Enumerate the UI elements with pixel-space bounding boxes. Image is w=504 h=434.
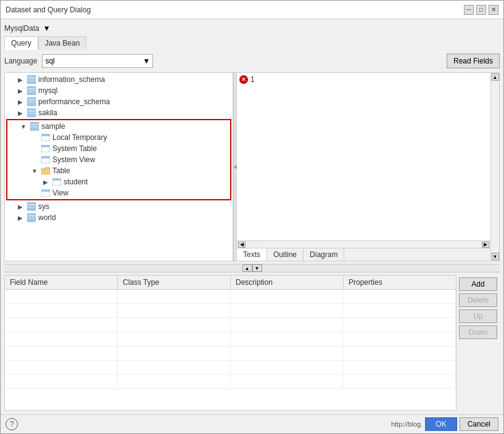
label-system-view: System View — [52, 155, 95, 164]
expander-table-folder: ▼ — [30, 166, 39, 175]
close-button[interactable]: ✕ — [489, 5, 498, 15]
svg-rect-24 — [41, 189, 50, 192]
fields-empty-row-1 — [5, 290, 456, 304]
cell-7-2 — [118, 375, 231, 388]
tree-item-system-table[interactable]: ▶ System Table — [8, 143, 229, 154]
datasource-dropdown[interactable]: ▼ — [43, 24, 51, 33]
delete-field-button[interactable]: Delete — [459, 293, 497, 307]
cell-5-2 — [118, 346, 231, 360]
tree-item-local-temporary[interactable]: ▶ Local Temporary — [8, 132, 229, 143]
label-sample: sample — [41, 122, 65, 131]
svg-rect-27 — [28, 207, 35, 208]
tree-item-sakila[interactable]: ▶ sakila — [5, 107, 233, 118]
cell-1-1 — [5, 290, 118, 303]
tree-item-student[interactable]: ▶ student — [8, 176, 229, 187]
window-title: Dataset and Query Dialog — [6, 6, 91, 14]
tree-panel: ▶ information_schema ▶ mysql ▶ — [5, 73, 233, 261]
label-view: View — [52, 189, 68, 197]
tree-item-sample[interactable]: ▼ sample — [8, 121, 229, 132]
tree-item-table-folder[interactable]: ▼ Table — [8, 165, 229, 176]
scroll-left-btn[interactable]: ◀ — [238, 242, 246, 248]
svg-rect-20 — [41, 156, 50, 158]
datasource-arrow: ▼ — [43, 24, 51, 33]
scroll-right-btn[interactable]: ▶ — [482, 242, 489, 248]
db-icon-world — [27, 213, 36, 222]
add-field-button[interactable]: Add — [459, 277, 497, 291]
language-label: Language — [4, 57, 37, 65]
fields-empty-row-6 — [5, 361, 456, 375]
maximize-button[interactable]: □ — [476, 5, 486, 15]
bottom-right: http://blog. OK Cancel — [391, 417, 498, 431]
cell-3-2 — [118, 318, 231, 332]
query-editor-textarea[interactable] — [237, 73, 490, 240]
help-button[interactable]: ? — [6, 418, 18, 430]
fields-table: Field Name Class Type Description Proper… — [4, 275, 456, 411]
fields-empty-row-3 — [5, 318, 456, 332]
tab-texts[interactable]: Texts — [237, 248, 267, 261]
language-select[interactable]: sql ▼ — [42, 54, 153, 68]
svg-rect-14 — [31, 126, 38, 128]
svg-rect-5 — [28, 91, 35, 92]
tree-item-performance-schema[interactable]: ▶ performance_schema — [5, 96, 233, 107]
svg-rect-29 — [28, 215, 35, 216]
language-value: sql — [45, 57, 54, 65]
tree-item-view[interactable]: ▶ View — [8, 187, 229, 199]
nav-arrows: ▲ ▼ — [242, 264, 262, 272]
svg-rect-18 — [41, 145, 50, 147]
language-row: Language sql ▼ Read Fields — [4, 52, 500, 70]
cell-4-3 — [231, 332, 344, 346]
cell-6-4 — [343, 361, 456, 374]
tree-item-information-schema[interactable]: ▶ information_schema — [5, 74, 233, 85]
fields-empty-row-5 — [5, 346, 456, 361]
cell-6-1 — [5, 361, 118, 374]
cell-7-3 — [231, 375, 344, 388]
cell-6-3 — [231, 361, 344, 374]
tree-item-world[interactable]: ▶ world — [5, 212, 233, 223]
expander-student: ▶ — [41, 178, 50, 186]
cell-1-2 — [118, 290, 231, 303]
tab-query[interactable]: Query — [4, 36, 38, 50]
folder-icon-table — [41, 166, 51, 175]
cancel-button[interactable]: Cancel — [460, 417, 498, 431]
cell-4-2 — [118, 332, 231, 346]
cell-4-1 — [5, 332, 118, 346]
down-field-button[interactable]: Down — [459, 326, 497, 339]
fields-empty-row-7 — [5, 375, 456, 389]
label-sakila: sakila — [38, 108, 57, 117]
nav-down-arrow[interactable]: ▼ — [252, 264, 262, 272]
minimize-button[interactable]: ─ — [464, 5, 474, 15]
tree-item-mysql[interactable]: ▶ mysql — [5, 85, 233, 96]
tab-java-bean[interactable]: Java Bean — [38, 36, 87, 50]
sample-group-highlight: ▼ sample ▶ Local Temporary — [6, 119, 231, 200]
svg-rect-2 — [28, 80, 35, 81]
expander-mysql: ▶ — [16, 86, 25, 95]
tree-item-system-view[interactable]: ▶ System View — [8, 154, 229, 165]
header-class-type: Class Type — [118, 276, 231, 289]
header-description: Description — [231, 276, 344, 289]
scroll-up-btn[interactable]: ▲ — [492, 73, 499, 81]
tab-diagram[interactable]: Diagram — [304, 248, 344, 261]
error-indicator: ✕ — [239, 75, 248, 84]
tree-item-sys[interactable]: ▶ sys — [5, 201, 233, 212]
nav-up-arrow[interactable]: ▲ — [242, 264, 252, 272]
fields-header: Field Name Class Type Description Proper… — [5, 276, 456, 290]
scroll-down-btn[interactable]: ▼ — [492, 253, 499, 260]
cell-5-1 — [5, 346, 118, 360]
tab-outline[interactable]: Outline — [267, 248, 304, 261]
label-local-temporary: Local Temporary — [52, 133, 107, 142]
svg-rect-4 — [28, 88, 35, 89]
expander-world: ▶ — [16, 213, 25, 222]
expander-information-schema: ▶ — [16, 75, 25, 84]
table-icon-local-temporary — [41, 133, 51, 142]
datasource-row: MysqlData ▼ — [4, 23, 500, 34]
query-editor-area: ✕ 1 ◀ ▶ Texts Outline Diagram — [237, 73, 490, 261]
header-field-name: Field Name — [5, 276, 118, 289]
ok-button[interactable]: OK — [425, 417, 456, 431]
svg-rect-10 — [28, 110, 35, 112]
cell-7-4 — [343, 375, 456, 388]
label-student: student — [64, 178, 88, 186]
read-fields-button[interactable]: Read Fields — [447, 54, 500, 68]
up-field-button[interactable]: Up — [459, 309, 497, 323]
language-dropdown-arrow: ▼ — [143, 57, 151, 65]
svg-rect-1 — [28, 77, 35, 78]
